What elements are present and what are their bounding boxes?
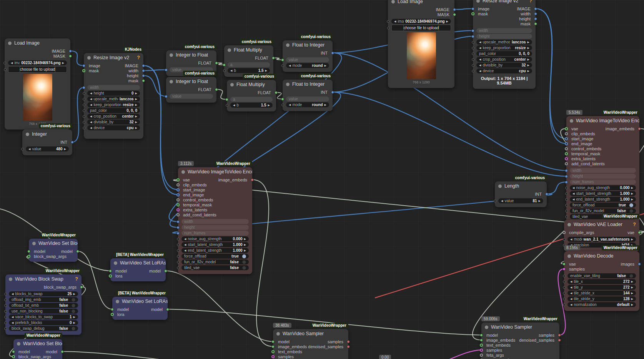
widget-device[interactable]: ◀devicecpu▶ — [87, 125, 140, 130]
port-model-input[interactable] — [109, 269, 112, 273]
help-icon[interactable]: ? — [633, 222, 636, 227]
collapse-dot-icon[interactable] — [114, 261, 117, 265]
port-width-input[interactable] — [82, 86, 85, 89]
port-vae-input[interactable] — [562, 263, 566, 266]
node-resize1[interactable]: KJNodesResize Image v2?imageIMAGEmaskwid… — [84, 53, 143, 139]
widget-tiled_vae[interactable]: tiled_vaefalse — [181, 265, 249, 270]
widget-pill[interactable]: ◀noise_aug_strength0.000▶ — [181, 236, 249, 241]
widget-fun_or_fl2v_model[interactable]: fun_or_fl2v_modelfalse — [570, 208, 636, 213]
widget-vace_blocks_to_swap[interactable]: ◀vace_blocks_to_swap1▶ — [9, 314, 78, 319]
decrement-arrow-icon[interactable]: ◀ — [572, 192, 574, 195]
decrement-arrow-icon[interactable]: ◀ — [90, 115, 92, 118]
widget-pill[interactable]: ◀image00232-184946974.png▶ — [391, 19, 451, 24]
toggle-knob[interactable] — [629, 274, 633, 278]
port-model-output[interactable] — [76, 250, 79, 253]
node-fmul_a[interactable]: comfyui-variousFloat MultiplyFLOATa◀b1.5… — [224, 45, 273, 77]
port-a-input[interactable] — [225, 98, 228, 101]
decrement-arrow-icon[interactable]: ◀ — [479, 64, 481, 66]
decrement-arrow-icon[interactable]: ◀ — [233, 104, 235, 106]
increment-arrow-icon[interactable]: ▶ — [73, 293, 75, 295]
widget-pill[interactable]: force_offloadtrue — [570, 203, 636, 208]
node-integer1[interactable]: comfyui-variousIntegerINT◀value480▶ — [22, 130, 72, 155]
node-loadimage2[interactable]: Load ImageIMAGEMASK◀image00232-184946974… — [388, 0, 454, 88]
decrement-arrow-icon[interactable]: ◀ — [90, 98, 92, 100]
decrement-arrow-icon[interactable]: ◀ — [12, 293, 13, 295]
widget-height[interactable]: ◀height0▶ — [87, 91, 140, 96]
widget-width[interactable]: width — [181, 219, 249, 224]
help-icon[interactable]: ? — [137, 55, 140, 60]
port-MASK-output[interactable] — [69, 55, 72, 58]
port-add_cond_latents-input[interactable] — [565, 162, 568, 165]
widget-pill[interactable]: enable_vae_tilingfalse — [567, 273, 636, 278]
widget-keep_proportion[interactable]: ◀keep_proportionresize▶ — [476, 45, 532, 50]
widget-use_non_blocking[interactable]: use_non_blockingfalse — [9, 309, 78, 314]
decrement-arrow-icon[interactable]: ◀ — [570, 292, 572, 294]
widget-tile_y[interactable]: ◀tile_y272▶ — [567, 285, 636, 290]
port-model-input[interactable] — [480, 334, 483, 337]
increment-arrow-icon[interactable]: ▶ — [73, 321, 75, 324]
increment-arrow-icon[interactable]: ▶ — [268, 104, 270, 106]
port-mask-input[interactable] — [82, 69, 85, 72]
increment-arrow-icon[interactable]: ▶ — [135, 103, 137, 106]
port-height-input[interactable] — [471, 35, 474, 38]
widget-width[interactable]: width — [570, 168, 636, 173]
collapse-dot-icon[interactable] — [286, 83, 290, 86]
port-height-input[interactable] — [176, 226, 180, 229]
decrement-arrow-icon[interactable]: ◀ — [90, 126, 92, 129]
port-INT-output[interactable] — [71, 141, 74, 144]
decrement-arrow-icon[interactable]: ◀ — [184, 238, 186, 240]
widget-value[interactable]: ◀value81▶ — [498, 198, 543, 203]
increment-arrow-icon[interactable]: ▶ — [528, 41, 529, 43]
collapse-dot-icon[interactable] — [9, 278, 12, 281]
widget-pill[interactable]: ◀moderound▶ — [286, 63, 329, 68]
port-temporal_mask-input[interactable] — [176, 203, 180, 206]
help-icon[interactable]: ? — [529, 0, 532, 3]
increment-arrow-icon[interactable]: ▶ — [631, 303, 633, 306]
decrement-arrow-icon[interactable]: ◀ — [394, 20, 396, 23]
increment-arrow-icon[interactable]: ▶ — [631, 298, 633, 300]
widget-noise_aug_strength[interactable]: ◀noise_aug_strength0.000▶ — [570, 185, 636, 190]
collapse-dot-icon[interactable] — [498, 184, 502, 188]
widget-choose file to upload[interactable]: choose file to upload — [391, 25, 451, 31]
port-denoised_samples-output[interactable] — [558, 339, 561, 342]
increment-arrow-icon[interactable]: ▶ — [135, 121, 137, 123]
port-INT-output[interactable] — [331, 52, 334, 55]
widget-tile_stride_y[interactable]: ◀tile_stride_y128▶ — [567, 296, 636, 301]
increment-arrow-icon[interactable]: ▶ — [135, 126, 137, 129]
node-resize2[interactable]: Resize Image v2?imageIMAGEmaskwidthheigh… — [473, 0, 536, 89]
port-model-output[interactable] — [164, 269, 167, 273]
port-image_embeds-output[interactable] — [638, 127, 641, 130]
port-INT-output[interactable] — [331, 91, 334, 94]
toggle-knob[interactable] — [242, 260, 246, 264]
increment-arrow-icon[interactable]: ▶ — [64, 148, 66, 150]
port-image_embeds-input[interactable] — [480, 339, 483, 342]
collapse-dot-icon[interactable] — [567, 254, 571, 258]
collapse-dot-icon[interactable] — [32, 242, 36, 245]
decrement-arrow-icon[interactable]: ◀ — [572, 198, 574, 201]
widget-force_offload[interactable]: force_offloadtrue — [181, 254, 249, 259]
widget-pill[interactable]: ◀normalizationdefault▶ — [567, 302, 636, 307]
increment-arrow-icon[interactable]: ▶ — [528, 64, 529, 66]
port-samples-input[interactable] — [271, 355, 275, 358]
widget-height[interactable]: height — [570, 174, 636, 179]
port-value-input[interactable] — [165, 95, 168, 98]
widget-pill[interactable]: ◀divisible_by32▶ — [476, 63, 532, 68]
port-add_cond_latents-input[interactable] — [176, 213, 180, 216]
port-mask-output[interactable] — [142, 79, 145, 82]
node-encode_mid[interactable]: 3.112sWanVideoWrapperWanVideo ImageToVid… — [178, 167, 252, 274]
decrement-arrow-icon[interactable]: ◀ — [90, 121, 92, 123]
widget-pad_color[interactable]: pad_color0, 0, 0 — [476, 51, 532, 56]
widget-pill[interactable]: ◀noise_aug_strength0.000▶ — [570, 185, 636, 190]
port-clip_embeds-input[interactable] — [565, 132, 568, 135]
widget-b[interactable]: ◀b1.5▶ — [228, 68, 270, 73]
widget-blocks_to_swap[interactable]: ◀blocks_to_swap25▶ — [9, 291, 78, 296]
increment-arrow-icon[interactable]: ▶ — [135, 115, 137, 118]
widget-pill[interactable]: ◀prefetch_blocks0▶ — [9, 320, 78, 325]
widget-num_frames[interactable]: num_frames — [570, 180, 636, 184]
decrement-arrow-icon[interactable]: ◀ — [12, 316, 13, 318]
node-f2i_b[interactable]: comfyui-variousFloat to IntegerINTvalue◀… — [283, 80, 333, 111]
node-loadimage1[interactable]: Load ImageIMAGEMASK◀image00232-184946974… — [5, 38, 70, 130]
port-end_image-input[interactable] — [176, 193, 180, 196]
widget-pill[interactable]: ◀moderound▶ — [286, 102, 329, 107]
decrement-arrow-icon[interactable]: ◀ — [479, 58, 481, 61]
